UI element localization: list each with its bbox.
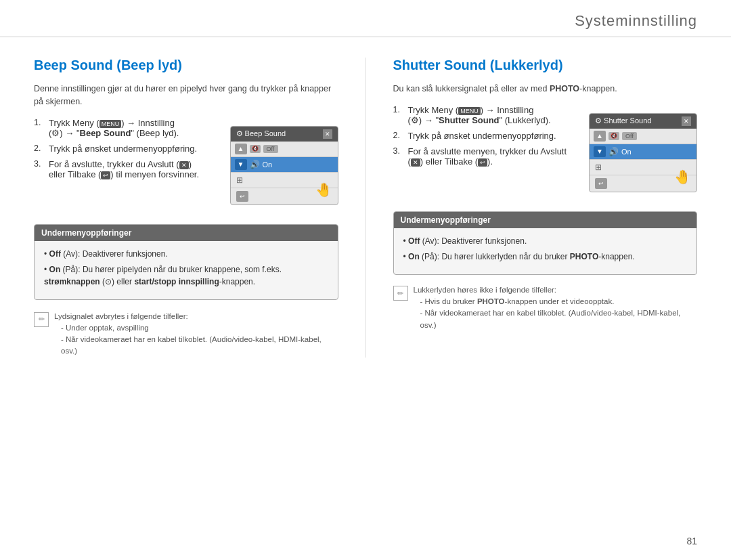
right-submenu-item-2: • On (På): Du hører lukkerlyden når du b… [403,251,688,263]
off-icon: Off [263,145,278,153]
on-label: On [263,160,273,169]
page-title: Systeminnstilling [575,12,697,29]
gear-icon-small-r: ⚙ [595,116,602,125]
left-submenu-title: Undermenyoppføringer [35,225,338,241]
off-icon-r: Off [622,132,637,140]
popup-up-row-r: ▲ 🔇 Off [590,129,696,144]
right-submenu-box: Undermenyoppføringer • Off (Av): Deaktiv… [393,211,698,275]
left-popup: ⚙ Beep Sound ✕ ▲ 🔇 Off ▼ [217,121,338,211]
popup-header-r: ⚙ Shutter Sound ✕ [590,114,696,129]
left-steps-area: 1. Trykk Meny (MENU) → Innstilling (⚙) →… [34,118,338,211]
popup-back-icon-r[interactable]: ↩ [595,178,607,189]
main-content: Beep Sound (Beep lyd) Denne innstillinge… [0,37,731,371]
left-step-3: 3. For å avslutte, trykker du Avslutt (✕… [34,159,210,179]
right-column: Shutter Sound (Lukkerlyd) Du kan slå luk… [393,58,698,358]
popup-close-button-r[interactable]: ✕ [682,116,691,126]
column-divider [366,58,366,358]
right-popup: ⚙ Shutter Sound ✕ ▲ 🔇 Off ▼ [575,108,697,198]
note-item-1: Under opptak, avspilling [61,322,338,334]
menu-badge: MENU [99,120,122,128]
gear-icon-r: ⚙ [411,115,419,125]
left-intro: Denne innstillingen gjør at du hører en … [34,83,338,108]
beep-sound-menu: ⚙ Beep Sound ✕ ▲ 🔇 Off ▼ [230,126,338,205]
arrow-up-icon[interactable]: ▲ [235,144,247,154]
right-step-3: 3. For å avslutte menyen, trykker du Avs… [393,146,569,167]
shutter-sound-menu: ⚙ Shutter Sound ✕ ▲ 🔇 Off ▼ [589,113,697,192]
r-note-item-2: Når videokameraet har en kabel tilkoblet… [420,307,698,331]
note-icon: ✏ [34,312,49,327]
right-submenu-item-1: • Off (Av): Deaktiverer funksjonen. [403,235,688,247]
arrow-up-icon-r[interactable]: ▲ [594,131,606,142]
arrow-down-icon[interactable]: ▼ [235,159,247,170]
right-step-1: 1. Trykk Meny (MENU) → Innstilling (⚙) →… [393,105,569,125]
popup-header: ⚙ Beep Sound ✕ [231,127,338,142]
left-note-text: Lydsignalet avbrytes i følgende tilfelle… [54,311,338,358]
hand-cursor-icon-r: 🤚 [674,169,691,185]
back-badge: ↩ [101,171,110,179]
left-submenu-box: Undermenyoppføringer • Off (Av): Deaktiv… [34,224,338,300]
gear-icon-small: ⚙ [236,129,243,137]
right-section-title: Shutter Sound (Lukkerlyd) [393,58,698,73]
x-badge-r: ✕ [411,158,420,167]
x-badge: ✕ [179,161,189,169]
left-column: Beep Sound (Beep lyd) Denne innstillinge… [34,58,338,358]
back-badge-r: ↩ [478,158,487,167]
right-note: ✏ Lukkerlyden høres ikke i følgende tilf… [393,284,698,331]
popup-close-button[interactable]: ✕ [323,129,332,139]
circle-icon: ⊙ [105,277,112,286]
mute-icon-r: 🔇 [608,132,619,140]
right-step-2: 2. Trykk på ønsket undermenyoppføring. [393,131,569,141]
left-steps: 1. Trykk Meny (MENU) → Innstilling (⚙) →… [34,118,210,185]
r-note-item-1: Hvis du bruker PHOTO-knappen under et vi… [420,296,698,307]
volume-icon: 🔊 [250,160,260,169]
right-steps-area: 1. Trykk Meny (MENU) → Innstilling (⚙) →… [393,105,698,198]
note-item-2: Når videokameraet har en kabel tilkoblet… [61,334,338,358]
menu-badge-r: MENU [458,107,481,115]
popup-selected-row[interactable]: ▼ 🔊 On [231,157,338,173]
page-number: 81 [686,536,697,546]
page-header: Systeminnstilling [0,0,731,37]
right-steps: 1. Trykk Meny (MENU) → Innstilling (⚙) →… [393,105,569,172]
mute-icon: 🔇 [250,145,261,153]
arrow-down-icon-r[interactable]: ▼ [594,146,606,157]
popup-selected-row-r[interactable]: ▼ 🔊 On [590,144,696,160]
hand-cursor-icon: 🤚 [315,181,332,198]
left-step-2: 2. Trykk på ønsket undermenyoppføring. [34,144,210,154]
right-intro: Du kan slå lukkersignalet på eller av me… [393,83,698,95]
right-note-text: Lukkerlyden høres ikke i følgende tilfel… [414,284,698,331]
note-icon-r: ✏ [393,286,408,301]
volume-icon-r: 🔊 [608,147,619,156]
popup-up-row: ▲ 🔇 Off [231,142,338,157]
left-step-1: 1. Trykk Meny (MENU) → Innstilling (⚙) →… [34,118,210,138]
on-label-r: On [621,148,632,156]
left-section-title: Beep Sound (Beep lyd) [34,58,338,73]
left-note: ✏ Lydsignalet avbrytes i følgende tilfel… [34,311,338,358]
popup-back-icon[interactable]: ↩ [236,191,248,202]
left-submenu-item-1: • Off (Av): Deaktiverer funksjonen. [44,248,328,260]
right-submenu-title: Undermenyoppføringer [394,212,697,228]
gear-icon: ⚙ [51,128,60,138]
left-submenu-item-2: • On (På): Du hører pipelyden når du bru… [44,263,328,288]
